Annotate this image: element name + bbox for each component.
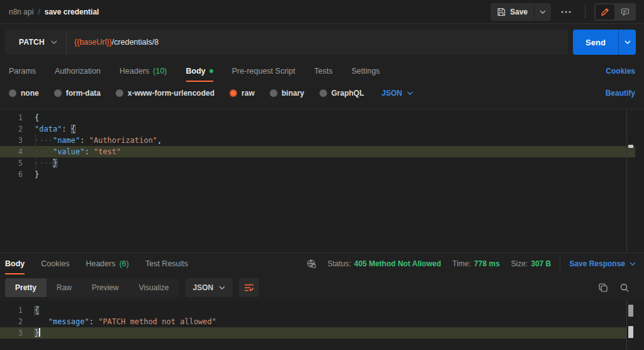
radio-icon (116, 89, 123, 97)
view-pretty-button[interactable]: Pretty (5, 278, 47, 297)
response-tab-headers-label: Headers (86, 259, 115, 268)
raw-format-label: JSON (382, 89, 402, 98)
url-input[interactable]: {{baseUrl}}/credentials/8 (67, 38, 166, 47)
response-tab-headers[interactable]: Headers (6) (86, 253, 129, 274)
radio-selected-icon (230, 89, 237, 97)
line-number: 2 (0, 123, 23, 135)
request-body-editor[interactable]: 1 { 2 "data": { 3 ····"name": "Authoriza… (0, 110, 644, 253)
response-toolbar: Pretty Raw Preview Visualize JSON (0, 274, 644, 301)
send-button[interactable]: Send (573, 30, 618, 55)
indent-guide (35, 135, 36, 169)
body-type-none-label: none (21, 89, 39, 98)
response-tab-test-results[interactable]: Test Results (145, 253, 188, 274)
token-brace-matched: { (71, 125, 75, 133)
body-type-raw-label: raw (242, 89, 255, 98)
editor-overview-ruler (626, 110, 627, 252)
network-lock-icon (306, 259, 316, 269)
body-type-form-data-label: form-data (66, 89, 101, 98)
url-variable: {{baseUrl}} (74, 38, 112, 47)
tab-params[interactable]: Params (9, 60, 36, 82)
token-brace-matched: } (53, 159, 57, 167)
save-button[interactable]: Save (491, 3, 534, 21)
token-string: "Authorization" (89, 136, 157, 145)
edit-mode-button[interactable] (596, 4, 614, 20)
word-wrap-icon (244, 283, 254, 292)
tab-body-label: Body (186, 67, 206, 76)
chevron-down-icon (219, 286, 225, 290)
send-split-button: Send (573, 30, 636, 55)
body-type-none[interactable]: none (9, 89, 39, 98)
raw-format-dropdown[interactable]: JSON (382, 89, 414, 98)
tab-pre-request-script[interactable]: Pre-request Script (232, 60, 296, 82)
save-options-dropdown[interactable] (535, 3, 551, 21)
body-type-graphql[interactable]: GraphQL (319, 89, 364, 98)
line-number: 3 (0, 135, 23, 146)
body-type-binary[interactable]: binary (270, 89, 304, 98)
token-key: "data" (35, 125, 62, 133)
send-options-dropdown[interactable] (618, 30, 636, 55)
view-preview-button[interactable]: Preview (82, 278, 129, 297)
view-raw-button[interactable]: Raw (47, 278, 82, 297)
response-body-viewer[interactable]: 1 { 2 "message": "PATCH method not allow… (0, 301, 644, 350)
token-punct: : (80, 136, 89, 145)
response-format-dropdown[interactable]: JSON (186, 278, 233, 297)
response-headers-count: (6) (119, 259, 129, 268)
body-type-form-data[interactable]: form-data (54, 89, 101, 98)
save-response-dropdown[interactable]: Save Response (569, 259, 636, 268)
code-line-current: 4 ····"value": "test" (0, 146, 635, 157)
radio-icon (9, 89, 16, 97)
radio-icon (270, 89, 277, 97)
line-number: 1 (0, 305, 23, 316)
url-path: /credentials/8 (112, 38, 158, 47)
copy-response-button[interactable] (596, 280, 611, 295)
token-brace-matched: { (35, 306, 39, 315)
edit-comment-toggle (594, 3, 636, 21)
tab-body[interactable]: Body (186, 60, 213, 82)
line-number: 6 (0, 169, 23, 180)
token-key: "message" (48, 317, 89, 326)
code-line: 6 } (0, 169, 644, 180)
search-response-button[interactable] (617, 280, 632, 295)
comments-button[interactable] (616, 4, 635, 20)
breadcrumb-request-name[interactable]: save credential (45, 8, 99, 16)
tab-tests[interactable]: Tests (314, 60, 333, 82)
tab-authorization[interactable]: Authorization (55, 60, 101, 82)
breadcrumb-collection[interactable]: n8n api (9, 8, 33, 16)
request-tabs: Params Authorization Headers (10) Body P… (0, 60, 644, 82)
radio-icon (319, 89, 327, 97)
line-number: 4 (0, 146, 23, 157)
request-url-row: PATCH {{baseUrl}}/credentials/8 Send (0, 24, 644, 60)
tab-headers[interactable]: Headers (10) (119, 60, 167, 82)
response-meta: Status:405 Method Not Allowed Time:778 m… (306, 257, 636, 270)
body-type-raw[interactable]: raw (230, 89, 255, 98)
breadcrumb-separator: / (38, 8, 40, 16)
body-type-urlencoded[interactable]: x-www-form-urlencoded (116, 89, 214, 98)
scrollbar-mark[interactable] (628, 326, 633, 338)
more-actions-button[interactable] (556, 3, 576, 21)
scrollbar-thumb[interactable] (628, 305, 633, 317)
view-visualize-button[interactable]: Visualize (129, 278, 179, 297)
wrap-lines-button[interactable] (239, 278, 259, 297)
token-string: "PATCH method not allowed" (98, 317, 216, 326)
url-bar: PATCH {{baseUrl}}/credentials/8 (5, 30, 568, 55)
response-tab-cookies[interactable]: Cookies (41, 253, 69, 274)
method-selector[interactable]: PATCH (5, 38, 66, 47)
time-label: Time: (452, 259, 471, 268)
body-section-divider (0, 104, 644, 110)
whitespace-dots: ···· (35, 159, 53, 167)
whitespace-dots: ···· (35, 147, 53, 156)
search-icon (619, 283, 630, 293)
chevron-down-icon (51, 40, 57, 44)
response-tab-body[interactable]: Body (5, 253, 25, 274)
scrollbar-mark[interactable] (628, 145, 633, 148)
code-line: 5 ····} (0, 157, 644, 169)
breadcrumb[interactable]: n8n api / save credential (9, 8, 99, 16)
response-tab-test-results-label: Test Results (145, 259, 188, 268)
beautify-link[interactable]: Beautify (606, 89, 635, 98)
cookies-link[interactable]: Cookies (606, 67, 635, 76)
size-value: 307 B (531, 259, 551, 268)
body-type-urlencoded-label: x-www-form-urlencoded (128, 89, 214, 98)
tab-settings[interactable]: Settings (352, 60, 380, 82)
response-tab-cookies-label: Cookies (41, 259, 69, 268)
whitespace (35, 317, 48, 326)
